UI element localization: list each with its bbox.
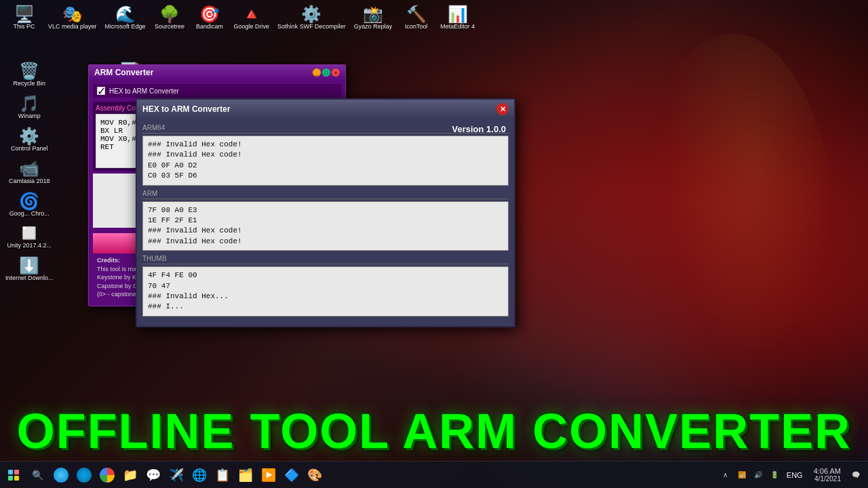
desktop-icon-this-pc[interactable]: 🖥️ This PC <box>5 4 43 33</box>
recycle-bin-icon: 🗑️ <box>19 63 39 79</box>
gyazo-label: Gyazo Replay <box>354 24 393 30</box>
desktop-icon-sourcetree[interactable]: 🌳 Sourcetree <box>151 4 189 33</box>
edge-label: Microsoft Edge <box>105 24 146 30</box>
internet-download-icon: ⬇️ <box>19 258 39 274</box>
desktop-icon-gdrive[interactable]: 🔺 Google Drive <box>231 4 273 33</box>
tray-network[interactable]: 📶 <box>735 468 749 482</box>
desktop-icon-winamp[interactable]: 🎵 Winamp <box>3 94 56 122</box>
sourcetree-label: Sourcetree <box>155 24 184 30</box>
internet-download-label: Internet Downlo... <box>5 275 54 282</box>
taskbar: 🔍 📁 💬 ✈️ 🌐 📋 🗂️ ▶️ <box>0 461 868 488</box>
start-button[interactable] <box>0 462 27 489</box>
taskbar-item-explorer[interactable]: 📁 <box>119 464 141 486</box>
tray-lang[interactable]: ENG <box>784 471 806 479</box>
arm-line-3: ### Invalid Hex code! <box>148 226 503 236</box>
arm-converter-title: ARM Converter <box>94 68 309 77</box>
arm-converter-titlebar[interactable]: ARM Converter _ □ × <box>89 65 345 80</box>
edge-taskbar-icon <box>77 468 92 483</box>
tray-battery[interactable]: 🔋 <box>768 468 781 482</box>
explorer2-icon: 🗂️ <box>238 468 253 483</box>
taskbar-item-edge[interactable] <box>73 464 95 486</box>
search-button[interactable]: 🔍 <box>27 465 47 485</box>
sothink-label: Sothink SWF Decompiler <box>277 24 346 30</box>
desktop-icon-sothink[interactable]: ⚙️ Sothink SWF Decompiler <box>275 4 349 33</box>
icontool-label: IconTool <box>405 24 428 30</box>
taskbar-item-taskman[interactable]: 📋 <box>212 464 233 486</box>
taskman-icon: 📋 <box>215 468 230 483</box>
thumb-line-2: 70 47 <box>148 281 503 291</box>
taskbar-item-ps[interactable]: 🎨 <box>304 464 326 486</box>
camtasia-icon: 📹 <box>19 161 39 177</box>
arm-group: ARM 7F 08 A0 E3 1E FF 2F E1 ### Invalid … <box>142 190 509 251</box>
taskbar-item-discord[interactable]: 💬 <box>142 464 164 486</box>
hex-arm-close-button[interactable]: ✕ <box>496 103 509 115</box>
ie-icon: 🌐 <box>192 468 207 483</box>
arm-converter-controls: _ □ × <box>313 68 340 77</box>
taskbar-item-explorer2[interactable]: 🗂️ <box>235 464 256 486</box>
desktop-icon-metaeditor[interactable]: 📊 MetaEditor 4 <box>437 4 477 33</box>
arm-label: ARM <box>142 190 509 199</box>
tray-volume[interactable]: 🔊 <box>751 468 765 482</box>
chrome-label: Goog... Chro... <box>9 211 50 218</box>
tray-chevron[interactable]: ∧ <box>719 468 732 482</box>
gdrive-icon: 🔺 <box>241 6 262 22</box>
arm64-line-1: ### Invalid Hex code! <box>148 140 503 150</box>
thumb-output[interactable]: 4F F4 FE 00 70 47 ### Invalid Hex... ###… <box>142 266 509 317</box>
tray-clock[interactable]: 4:06 AM 4/1/2021 <box>808 466 846 484</box>
arm64-line-2: ### Invalid Hex code! <box>148 150 503 160</box>
desktop-icon-chrome[interactable]: 🌀 Goog... Chro... <box>3 191 56 220</box>
desktop-icon-internet-download[interactable]: ⬇️ Internet Downlo... <box>3 256 56 284</box>
control-panel-label: Control Panel <box>11 146 48 152</box>
sourcetree-icon: 🌳 <box>159 6 180 22</box>
thumb-group: THUMB 4F F4 FE 00 70 47 ### Invalid Hex.… <box>142 255 509 317</box>
desktop-icon-edge[interactable]: 🌊 Microsoft Edge <box>102 4 149 33</box>
sothink-icon: ⚙️ <box>301 6 321 22</box>
hex-checkbox-row[interactable]: ✓ HEX to ARM Converter <box>93 84 341 98</box>
arm64-output[interactable]: ### Invalid Hex code! ### Invalid Hex co… <box>142 136 509 186</box>
taskbar-item-vlc-tb[interactable]: ▶️ <box>258 464 279 486</box>
taskbar-item-ie[interactable]: 🌐 <box>189 464 210 486</box>
taskbar-item-cortana[interactable] <box>50 464 72 486</box>
edge-icon: 🌊 <box>115 6 136 22</box>
taskbar-item-telegram[interactable]: ✈️ <box>165 464 187 486</box>
bandicam-icon: 🎯 <box>199 6 220 22</box>
control-panel-icon: ⚙️ <box>19 128 39 144</box>
desktop-icon-camtasia[interactable]: 📹 Camtasia 2018 <box>3 159 56 187</box>
tray-notification[interactable]: 🗨️ <box>849 468 863 482</box>
desktop-icon-vlc[interactable]: 🎭 VLC media player <box>45 4 100 33</box>
top-desktop-icons-row: 🖥️ This PC 🎭 VLC media player 🌊 Microsof… <box>0 0 868 37</box>
minimize-button[interactable]: _ <box>313 68 321 77</box>
vlc-label: VLC media player <box>48 24 97 30</box>
this-pc-icon: 🖥️ <box>14 6 35 22</box>
arm-line-2: 1E FF 2F E1 <box>148 216 503 226</box>
explorer-icon: 📁 <box>123 468 138 483</box>
metaeditor-label: MetaEditor 4 <box>440 24 475 30</box>
taskbar-item-vscode[interactable]: 🔷 <box>281 464 302 486</box>
desktop-icon-bandicam[interactable]: 🎯 Bandicam <box>191 4 229 33</box>
version-label: Version 1.0.0 <box>452 124 507 134</box>
gdrive-label: Google Drive <box>234 24 270 30</box>
maximize-button[interactable]: □ <box>322 68 330 77</box>
taskbar-tray: ∧ 📶 🔊 🔋 ENG 4:06 AM 4/1/2021 🗨️ <box>719 466 868 484</box>
bandicam-label: Bandicam <box>196 24 223 30</box>
telegram-icon: ✈️ <box>169 468 184 483</box>
vlc-icon: 🎭 <box>62 6 83 22</box>
windows-logo <box>8 470 19 481</box>
close-button[interactable]: × <box>332 68 340 77</box>
arm-line-4: ### Invalid Hex code! <box>148 237 503 247</box>
arm64-line-4: C0 03 5F D6 <box>148 171 503 181</box>
desktop-icon-unity[interactable]: ◻️ Unity 2017.4.2... <box>3 223 56 251</box>
desktop-icon-icontool[interactable]: 🔨 IconTool <box>397 4 435 33</box>
arm-output[interactable]: 7F 08 A0 E3 1E FF 2F E1 ### Invalid Hex … <box>142 201 509 251</box>
hex-checkbox[interactable]: ✓ <box>97 87 105 95</box>
ps-icon: 🎨 <box>307 468 322 483</box>
tray-time: 4:06 AM <box>814 467 841 475</box>
taskbar-item-chrome[interactable] <box>96 464 118 486</box>
tray-date: 4/1/2021 <box>814 475 841 483</box>
desktop-icon-recycle-bin[interactable]: 🗑️ Recycle Bin <box>3 61 56 89</box>
desktop-icon-control-panel[interactable]: ⚙️ Control Panel <box>3 126 56 155</box>
desktop-icon-gyazo[interactable]: 📸 Gyazo Replay <box>351 4 395 33</box>
discord-icon: 💬 <box>146 468 161 483</box>
hex-arm-titlebar[interactable]: HEX to ARM Converter ✕ <box>137 100 514 119</box>
hex-arm-content-wrapper: Version 1.0.0 ARM64 ### Invalid Hex code… <box>137 119 514 326</box>
